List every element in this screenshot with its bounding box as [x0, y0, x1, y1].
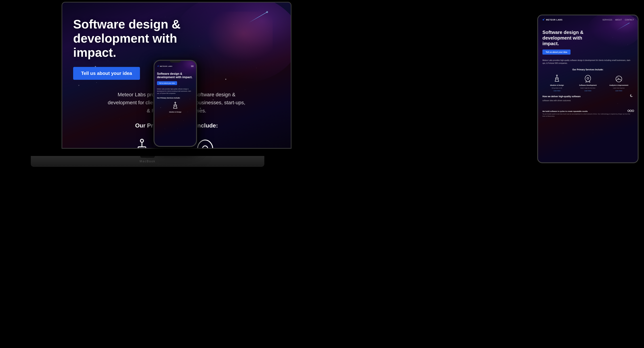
phone-description: Meteor Labs provides high-quality softwa… — [157, 88, 194, 94]
phone-cta-button[interactable]: Tell us about your idea — [157, 81, 177, 85]
laptop-headline: Software design & development with impac… — [73, 17, 200, 60]
hamburger-line-2 — [191, 66, 194, 66]
phone-hamburger-menu[interactable] — [191, 65, 194, 67]
phone-logo-text: METEOR LABS — [160, 65, 172, 67]
tablet-section2-heading: How we deliver high-quality software — [542, 95, 633, 98]
laptop-cta-button[interactable]: Tell us about your idea — [73, 67, 140, 80]
hamburger-line-1 — [191, 65, 194, 66]
svg-point-0 — [140, 139, 144, 142]
nav-about[interactable]: ABOUT — [615, 19, 622, 21]
tablet-service-analysis-learn-more[interactable]: Learn More — [616, 90, 622, 92]
tablet-logo-text: METEOR LABS — [546, 19, 562, 21]
svg-point-19 — [628, 110, 630, 112]
tablet-section2-sub: software idea with driven outcomes — [542, 100, 633, 102]
tablet-cycles-heading: We build software in cycles to create re… — [542, 110, 633, 112]
tablet-body: METEOR LABS SERVICES ABOUT CONTACT Softw… — [537, 15, 638, 163]
svg-point-24 — [158, 66, 158, 67]
tablet-flask-icon — [552, 74, 562, 83]
tablet-cycles-desc: Try an 8 week cycle to see how much can … — [542, 113, 633, 117]
phone-flask-icon — [171, 101, 180, 110]
tablet-moon-icon — [629, 93, 634, 99]
tablet-headline: Software design & development with impac… — [542, 30, 597, 47]
nav-services[interactable]: SERVICES — [602, 19, 612, 21]
tablet-service-analysis-sublabel: Learn how improve — [613, 87, 625, 89]
tablet-service-ideation-learn-more[interactable]: Learn More — [554, 90, 560, 92]
tablet-service-software-dev-learn-more[interactable]: Learn More — [584, 90, 591, 92]
tablet-service-software-dev-sublabel: Build it right the first time — [580, 87, 595, 89]
svg-point-15 — [618, 79, 619, 79]
svg-point-25 — [175, 102, 176, 103]
laptop-model-label: MacBook — [140, 160, 156, 163]
phone-nav: METEOR LABS — [154, 63, 196, 69]
svg-point-20 — [630, 110, 632, 112]
svg-point-7 — [556, 75, 558, 76]
laptop-base: MacBook — [31, 156, 264, 167]
tablet-service-ideation-sublabel: Bring ideas to life — [552, 87, 562, 89]
tablet-service-software-dev-label: Software Development — [579, 84, 596, 86]
tablet-service-ideation-label: Ideation & Design — [550, 84, 564, 86]
tablet-rocket-icon — [583, 74, 592, 83]
tablet-screen: METEOR LABS SERVICES ABOUT CONTACT Softw… — [538, 16, 638, 162]
phone-meteor-icon — [157, 65, 159, 67]
tablet-service-software-dev: Software Development Build it right the … — [574, 74, 602, 92]
flask-icon — [129, 136, 154, 148]
tablet-gauge-icon — [614, 74, 624, 83]
phone-service-ideation-label: Ideation & Design — [169, 111, 182, 113]
phone-service-ideation: Ideation & Design — [157, 101, 194, 113]
phone-device: METEOR LABS Software design & developmen… — [154, 60, 197, 147]
tablet-content: Software design & development with impac… — [538, 24, 638, 162]
tablet-services-heading: Our Primary Services Include: — [542, 68, 633, 71]
phone-notch — [170, 61, 181, 63]
svg-line-17 — [621, 77, 621, 78]
tablet-nav-links: SERVICES ABOUT CONTACT — [602, 19, 634, 21]
tablet-cycles-icon — [628, 108, 634, 113]
tablet-device: METEOR LABS SERVICES ABOUT CONTACT Softw… — [537, 15, 638, 163]
phone-services-heading: Our Primary Services Include: — [157, 97, 194, 99]
tablet-logo: METEOR LABS — [542, 18, 562, 21]
tablet-cta-button[interactable]: Tell us about your idea — [542, 50, 570, 55]
svg-point-21 — [632, 110, 634, 112]
tablet-nav: METEOR LABS SERVICES ABOUT CONTACT — [538, 16, 638, 24]
phone-screen: METEOR LABS Software design & developmen… — [154, 61, 196, 146]
tablet-service-analysis-label: Analysis & Improvement — [609, 84, 628, 86]
phone-content: Software design & development with impac… — [154, 69, 196, 146]
nav-contact[interactable]: CONTACT — [625, 19, 634, 21]
tablet-service-analysis: Analysis & Improvement Learn how improve… — [604, 74, 633, 92]
phone-body: METEOR LABS Software design & developmen… — [154, 60, 197, 147]
hamburger-line-3 — [191, 67, 194, 67]
meteor-icon — [542, 18, 545, 21]
svg-line-18 — [616, 77, 617, 78]
tablet-description: Meteor Labs provides high-quality softwa… — [542, 59, 633, 65]
phone-headline: Software design & development with impac… — [157, 72, 194, 79]
tablet-services-row: Ideation & Design Bring ideas to life Le… — [542, 74, 633, 92]
tablet-section2: How we deliver high-quality software sof… — [542, 95, 633, 117]
svg-point-6 — [542, 19, 544, 20]
laptop-notch — [140, 156, 155, 158]
phone-logo: METEOR LABS — [157, 65, 172, 67]
laptop-device: + + + · Software design & development wi… — [31, 0, 264, 167]
tablet-service-ideation: Ideation & Design Bring ideas to life Le… — [542, 74, 572, 92]
svg-point-5 — [202, 146, 208, 148]
svg-point-12 — [587, 77, 589, 79]
